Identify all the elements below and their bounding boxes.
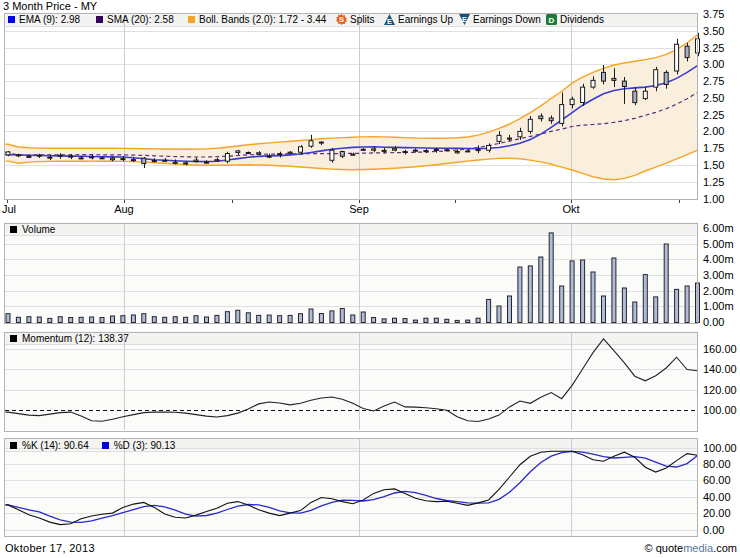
credit-com: .com — [713, 542, 737, 554]
volume-bar — [654, 297, 658, 323]
volume-ytick: 6.00m — [703, 222, 734, 234]
stock-chart: 3 Month Price - MY EMA (9): 2.98SMA (20)… — [0, 0, 740, 558]
volume-bar — [288, 315, 292, 322]
stochastics-ytick: 20.00 — [703, 507, 731, 519]
candle-down — [58, 155, 62, 156]
volume-bar — [361, 312, 365, 323]
volume-bar — [152, 317, 156, 323]
volume-bar — [257, 315, 261, 322]
candle-down — [612, 78, 616, 80]
candle-up — [319, 142, 323, 143]
candle-down — [549, 118, 553, 121]
candle-down — [90, 157, 94, 158]
candle-down — [508, 138, 512, 139]
percent-d-swatch — [102, 442, 109, 449]
volume-bar — [246, 313, 250, 323]
volume-bar — [319, 314, 323, 323]
event-label: Earnings Down — [473, 14, 541, 25]
svg-text:D: D — [549, 15, 555, 24]
volume-ytick: 4.00m — [703, 253, 734, 265]
momentum-ytick: 140.00 — [703, 363, 737, 375]
credit-quote: quote — [656, 542, 684, 554]
candle-down — [278, 154, 282, 155]
volume-bar — [612, 258, 616, 323]
price-ytick: 1.25 — [703, 176, 724, 188]
legend-item-ema: EMA (9): 2.98 — [8, 14, 80, 25]
event-item-dividends: DDividends — [546, 13, 604, 25]
price-ytick: 3.50 — [703, 25, 724, 37]
event-item-earnings-up: EEarnings Up — [384, 13, 453, 25]
candle-up — [654, 70, 658, 87]
volume-swatch — [10, 226, 17, 233]
svg-text:E: E — [462, 14, 467, 23]
candle-up — [591, 80, 595, 87]
stochastics-panel-label: %K (14): 90.64 %D (3): 90.13 — [10, 440, 175, 450]
volume-bar — [194, 316, 198, 323]
candle-up — [236, 151, 240, 153]
candle-down — [445, 150, 449, 151]
candle-up — [518, 131, 522, 136]
earnings-up-icon: E — [384, 14, 395, 25]
momentum-panel-bg — [5, 332, 698, 431]
price-ytick: 2.25 — [703, 109, 724, 121]
candle-up — [466, 151, 470, 152]
volume-bar — [434, 318, 438, 322]
candle-up — [570, 99, 574, 104]
credit-media: media — [683, 542, 713, 554]
candle-up — [560, 105, 564, 124]
volume-bar — [215, 315, 219, 322]
boll-swatch — [188, 16, 195, 23]
volume-bar — [560, 286, 564, 323]
legend-item-boll: Boll. Bands (2.0): 1.72 - 3.44 — [188, 14, 326, 25]
volume-bar — [340, 309, 344, 323]
month-label-sep: Sep — [349, 203, 369, 215]
candle-up — [37, 155, 41, 156]
candle-up — [163, 160, 167, 161]
candle-up — [111, 158, 115, 160]
volume-bar — [622, 288, 626, 323]
legend-label: Boll. Bands (2.0): 1.72 - 3.44 — [199, 14, 326, 25]
percent-k-swatch — [10, 442, 17, 449]
candle-down — [685, 46, 689, 57]
volume-bar — [508, 296, 512, 323]
volume-bar — [351, 315, 355, 323]
volume-bar — [476, 318, 480, 322]
volume-bar — [570, 261, 574, 323]
candle-up — [497, 135, 501, 141]
quotemedia-credit[interactable]: © quotemedia.com — [644, 542, 737, 554]
volume-bar — [581, 260, 585, 323]
candle-down — [382, 150, 386, 151]
volume-bar — [602, 296, 606, 323]
momentum-label-text: Momentum (12): 138.37 — [22, 333, 129, 344]
volume-bar — [403, 319, 407, 323]
volume-bar — [37, 317, 41, 323]
stochastics-panel-bg — [5, 438, 698, 536]
volume-bar — [487, 299, 491, 322]
candle-up — [403, 152, 407, 153]
price-ytick: 3.00 — [703, 58, 724, 70]
price-ytick: 1.00 — [703, 193, 724, 205]
volume-bar — [299, 314, 303, 323]
momentum-panel-label: Momentum (12): 138.37 — [10, 334, 129, 344]
candle-down — [602, 72, 606, 81]
candle-down — [27, 156, 31, 157]
volume-bar — [90, 317, 94, 323]
volume-ytick: 5.00m — [703, 238, 734, 250]
stochastics-ytick: 40.00 — [703, 491, 731, 503]
volume-label-text: Volume — [22, 224, 55, 235]
volume-bar — [236, 310, 240, 322]
candle-down — [340, 152, 344, 157]
volume-bar — [142, 314, 146, 323]
event-label: Earnings Up — [398, 14, 453, 25]
candle-up — [487, 146, 491, 151]
candle-down — [100, 158, 104, 159]
price-ytick: 2.75 — [703, 75, 724, 87]
volume-bar — [173, 317, 177, 323]
svg-text:S: S — [339, 15, 345, 24]
candle-down — [194, 160, 198, 162]
volume-bar — [16, 317, 20, 322]
volume-bar — [664, 244, 668, 323]
stochastics-ytick: 0.00 — [703, 524, 724, 536]
volume-bar — [6, 314, 10, 323]
volume-bar — [393, 318, 397, 322]
